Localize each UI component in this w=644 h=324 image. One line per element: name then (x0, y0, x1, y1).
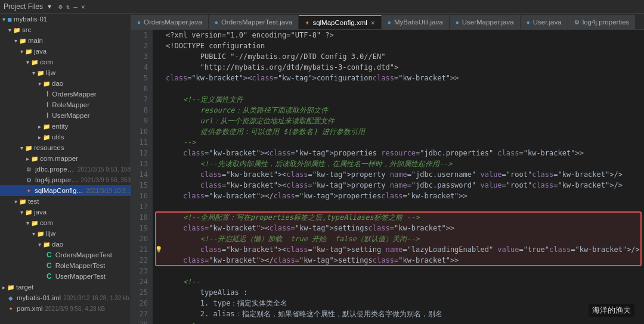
iml-icon: ◆ (8, 295, 13, 301)
tree-item-test-lijw[interactable]: ▾ 📁 lijw (0, 228, 131, 239)
tree-item-target[interactable]: ▸ 📁 target (0, 282, 131, 292)
tree-label-sql-map-config: sqlMapConfig.xml (35, 187, 83, 194)
tree-item-test[interactable]: ▾ 📁 test (0, 196, 131, 207)
tree-item-resources[interactable]: ▾ 📁 resources (0, 142, 131, 153)
tree-label-role-mapper: RoleMapper (52, 101, 89, 108)
code-line-13: <!--先读取内部属性，后读取外部属性，在属性名一样时，外部属性起作用--> (155, 158, 642, 169)
tree-label-target: target (16, 284, 33, 291)
tree-item-jdbc-props[interactable]: ⚙ jdbc.properties 2021/3/15 9:53, 158 (0, 164, 131, 175)
expand-icon-entity: ▸ (38, 123, 41, 130)
expand-icon-dao: ▾ (38, 80, 41, 87)
tree-item-test-dao[interactable]: ▾ 📁 dao (0, 239, 131, 250)
tree-item-orders-mapper-test[interactable]: C OrdersMapperTest (0, 250, 131, 260)
code-text-22: class="kw-bracket"></class="kw-tag">sett… (166, 255, 459, 266)
line-number-5: 5 (131, 73, 148, 83)
tab-sql-map-config[interactable]: ✦ sqlMapConfig.xml ✕ (299, 15, 381, 29)
code-text-4: "http://mybatis.org/dtd/mybatis-3-config… (166, 62, 398, 73)
code-line-20: <!--开启延迟（懒）加载 true 开始 false（默认值）关闭--> (155, 233, 642, 244)
dropdown-arrow[interactable]: ▾ (48, 2, 51, 11)
tree-item-role-mapper-test[interactable]: C RoleMapperTest (0, 260, 131, 271)
tab-user-mapper[interactable]: ● UserMapper.java (450, 15, 521, 29)
tab-close-2[interactable]: ✕ (370, 20, 375, 26)
settings-icon[interactable]: ⚙ (58, 3, 63, 11)
tree-meta-iml: 2021/3/12 16:28, 1.32 kb (63, 295, 129, 301)
tab-orders-mapper-test[interactable]: ● OrdersMapperTest.java (209, 15, 299, 29)
code-line-24: <!-- (155, 276, 642, 287)
minimize-icon[interactable]: – (73, 3, 78, 11)
tree-item-role-mapper[interactable]: I RoleMapper (0, 99, 131, 110)
tree-item-pom[interactable]: ✦ pom.xml 2021/3/9 9:56, 4.28 kB (0, 303, 131, 314)
tree-item-user-mapper-test[interactable]: C UserMapperTest (0, 271, 131, 282)
tab-user[interactable]: ● User.java (521, 15, 568, 29)
tree-label-test: test (28, 198, 39, 205)
code-line-22: class="kw-bracket"></class="kw-tag">sett… (155, 255, 642, 266)
tab-label-0: OrdersMapper.java (144, 18, 202, 26)
folder-icon-test-dao: 📁 (43, 241, 50, 248)
tree-item-test-java[interactable]: ▾ 📁 java (0, 207, 131, 217)
code-text-26: 1. type：指定实体类全名 (166, 298, 287, 309)
expand-icon-test-dao: ▾ (38, 241, 41, 248)
line-number-10: 10 (131, 126, 148, 137)
code-content[interactable]: <?xml version="1.0" encoding="UTF-8" ?><… (153, 30, 644, 324)
tree-label-jdbc-props: jdbc.properties (35, 166, 75, 173)
expand-icon-test-java: ▾ (20, 209, 23, 216)
tree-item-orders-mapper[interactable]: I OrdersMapper (0, 89, 131, 99)
folder-icon-java: 📁 (25, 48, 32, 55)
tab-label-3: MyBatisUtil.java (394, 18, 443, 26)
line-numbers: 1234567891011121314151617181920212223242… (131, 30, 153, 324)
tab-java-icon-1: ● (215, 19, 218, 26)
tree-item-user-mapper[interactable]: I UserMapper (0, 110, 131, 121)
line-number-19: 19 (131, 223, 148, 233)
tree-label-utils: utils (52, 133, 64, 141)
tree-label-log4j-props: log4j.properties (35, 176, 79, 183)
line-number-3: 3 (131, 51, 148, 62)
tree-label-pom: pom.xml (17, 305, 42, 312)
line-number-9: 9 (131, 116, 148, 126)
tree-item-com[interactable]: ▾ 📁 com (0, 57, 131, 67)
tree-label-test-lijw: lijw (46, 230, 55, 237)
line-number-23: 23 (131, 266, 148, 276)
line-number-24: 24 (131, 276, 148, 287)
xml-icon-pom: ✦ (8, 306, 13, 312)
line-number-25: 25 (131, 287, 148, 298)
tree-item-iml[interactable]: ◆ mybatis-01.iml 2021/3/12 16:28, 1.32 k… (0, 292, 131, 303)
tree-item-test-com[interactable]: ▾ 📁 com (0, 217, 131, 228)
tree-item-entity[interactable]: ▸ 📁 entity (0, 121, 131, 132)
line-number-13: 13 (131, 158, 148, 169)
sort-icon[interactable]: ⇅ (66, 3, 70, 11)
tree-label-root: mybatis-01 (14, 15, 47, 23)
tab-log4j-props[interactable]: ⚙ log4j.properties (568, 15, 636, 29)
expand-icon-main: ▾ (14, 38, 17, 44)
code-text-11: --> (166, 137, 196, 148)
tab-label-1: OrdersMapperTest.java (221, 18, 293, 26)
tree-item-sql-map-config[interactable]: ✦ sqlMapConfig.xml 2021/3/19 10:3... (0, 185, 131, 196)
tree-label-main: main (28, 37, 43, 44)
code-line-10: 提供参数使用：可以使用 ${参数名} 进行参数引用 (155, 126, 642, 137)
code-text-27: 2. alias：指定别名，如果省略这个属性，默认使用类名字做为别名，别名 (166, 309, 442, 319)
code-text-28: --> (166, 319, 196, 324)
line-number-6: 6 (131, 83, 148, 94)
close-icon[interactable]: ✕ (81, 3, 85, 11)
tree-item-src[interactable]: ▾ 📁 src (0, 24, 131, 35)
line-number-14: 14 (131, 169, 148, 180)
tree-item-main[interactable]: ▾ 📁 main (0, 35, 131, 46)
line-number-1: 1 (131, 30, 148, 40)
tree-item-utils[interactable]: ▸ 📁 utils (0, 132, 131, 142)
code-line-18: <!--全局配置：写在properties标签之后,typeAliases标签之… (155, 212, 642, 223)
java-icon-role-mapper: I (47, 101, 48, 109)
tree-item-com-mapper[interactable]: ▸ 📁 com.mapper (0, 153, 131, 164)
tree-label-com-mapper: com.mapper (40, 155, 78, 162)
code-line-11: --> (155, 137, 642, 148)
tree-item-dao[interactable]: ▾ 📁 dao (0, 78, 131, 89)
tree-label-com: com (40, 58, 53, 66)
tree-item-root[interactable]: ▾ ◼ mybatis-01 (0, 14, 131, 24)
tab-orders-mapper[interactable]: ● OrdersMapper.java (131, 15, 209, 29)
folder-icon-test-java: 📁 (25, 209, 32, 216)
tree-item-log4j-props[interactable]: ⚙ log4j.properties 2021/3/9 9:56, 353 (0, 175, 131, 185)
tree-item-lijw[interactable]: ▾ 📁 lijw (0, 67, 131, 78)
tabs-bar: ● OrdersMapper.java ● OrdersMapperTest.j… (131, 14, 644, 30)
tree-item-java[interactable]: ▾ 📁 java (0, 46, 131, 57)
expand-icon-utils: ▸ (38, 134, 41, 141)
line-number-11: 11 (131, 137, 148, 148)
tab-mybatis-util[interactable]: ● MyBatisUtil.java (382, 15, 450, 29)
